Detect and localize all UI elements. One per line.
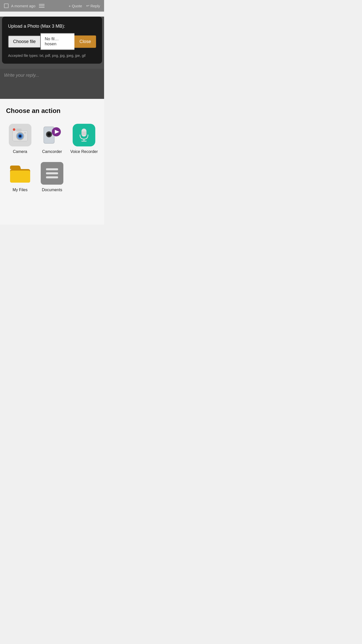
action-item-documents[interactable]: Documents (38, 162, 66, 192)
camcorder-icon (41, 124, 63, 146)
action-section: Choose an action (0, 99, 104, 225)
choose-file-button[interactable]: Choose file (8, 35, 40, 48)
svg-rect-1 (16, 129, 22, 132)
svg-point-7 (19, 135, 21, 137)
reply-arrow-icon: ↩ (86, 4, 89, 8)
my-files-icon (9, 162, 31, 185)
action-section-title: Choose an action (6, 107, 98, 115)
menu-icon[interactable] (38, 3, 46, 9)
quote-button[interactable]: + Quote (69, 4, 82, 8)
camcorder-label: Camcorder (42, 149, 62, 154)
svg-rect-24 (46, 172, 58, 174)
svg-rect-15 (81, 129, 86, 137)
file-input-row: Choose file No fil…hosen Close (8, 33, 96, 50)
svg-point-12 (48, 133, 50, 135)
svg-rect-22 (10, 171, 30, 183)
reply-button[interactable]: ↩ Reply (86, 4, 100, 8)
svg-rect-23 (46, 168, 58, 170)
accepted-types: Accepted file types: txt, pdf, png, jpg,… (8, 54, 96, 58)
documents-label: Documents (42, 188, 62, 192)
action-item-voice-recorder[interactable]: Voice Recorder (70, 124, 98, 154)
svg-rect-25 (46, 176, 58, 178)
my-files-label: My Files (13, 188, 28, 192)
upload-dialog: Upload a Photo (Max 3 MB): Choose file N… (2, 17, 102, 64)
reply-textarea-area[interactable]: Write your reply... (0, 69, 104, 99)
action-item-camcorder[interactable]: Camcorder (38, 124, 66, 154)
action-item-my-files[interactable]: My Files (6, 162, 34, 192)
top-bar: A moment ago + Quote ↩ Reply (0, 0, 104, 12)
svg-point-2 (13, 128, 15, 131)
top-bar-left: A moment ago (4, 3, 46, 9)
top-bar-right: + Quote ↩ Reply (69, 4, 100, 8)
voice-recorder-icon (73, 124, 95, 146)
timestamp: A moment ago (11, 4, 35, 8)
action-item-empty (70, 162, 98, 192)
overlay-area: Upload a Photo (Max 3 MB): Choose file N… (0, 17, 104, 99)
camera-icon (9, 124, 31, 146)
action-item-camera[interactable]: Camera (6, 124, 34, 154)
voice-recorder-label: Voice Recorder (70, 149, 98, 154)
documents-icon (41, 162, 63, 185)
upload-label: Upload a Photo (Max 3 MB): (8, 24, 96, 29)
svg-rect-8 (24, 132, 26, 134)
message-checkbox[interactable] (4, 4, 9, 8)
camera-label: Camera (13, 149, 27, 154)
close-button[interactable]: Close (74, 35, 96, 48)
file-name-display: No fil…hosen (40, 33, 74, 50)
reply-placeholder: Write your reply... (4, 73, 39, 78)
action-grid-row2: My Files Documents (6, 162, 98, 192)
action-grid-row1: Camera Camcorder (6, 124, 98, 154)
